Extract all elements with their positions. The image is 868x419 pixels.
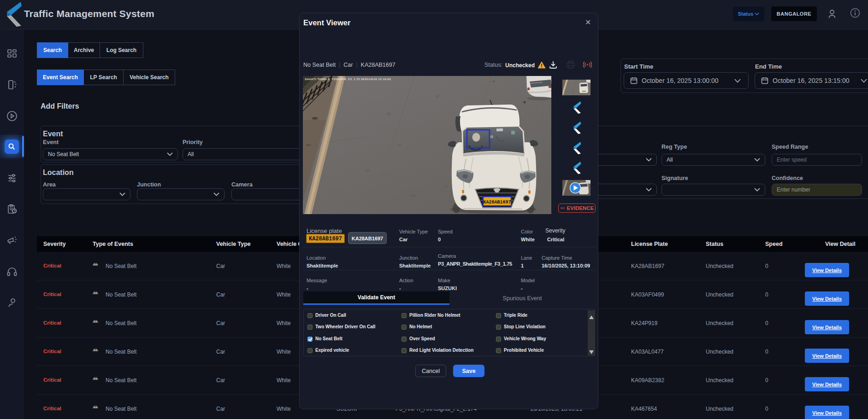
svg-text:SHAKTI TEMPLE_P3SANPR_F3_1.75: SHAKTI TEMPLE_P3SANPR_F3_1.75 2025/10/16… (305, 78, 391, 81)
svg-text:KA28AB1697: KA28AB1697 (483, 200, 511, 205)
